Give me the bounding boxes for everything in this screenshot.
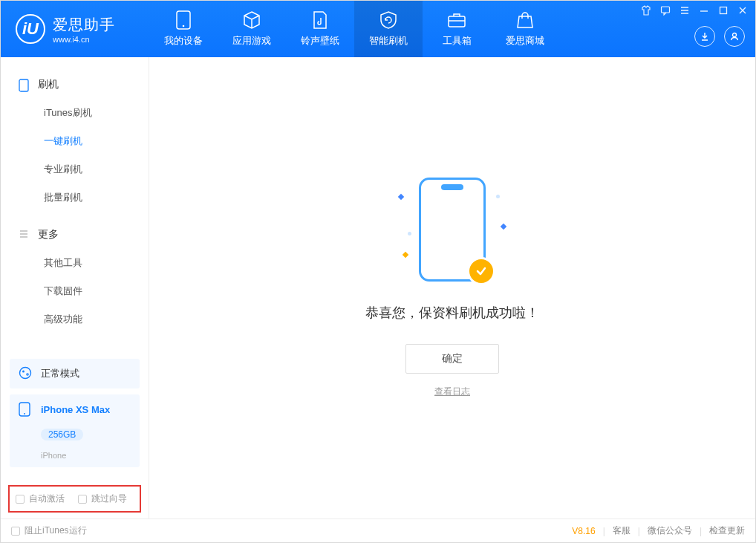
checkbox-label: 自动激活: [29, 492, 65, 505]
tab-label: 应用游戏: [232, 34, 271, 48]
tab-ringtones[interactable]: 铃声壁纸: [286, 1, 354, 57]
group-label: 更多: [38, 228, 59, 241]
device-name: iPhone XS Max: [41, 404, 110, 415]
app-title: 爱思助手: [53, 15, 115, 35]
main-tabs: 我的设备 应用游戏 铃声壁纸 智能刷机 工具箱 爱思商城: [149, 1, 559, 57]
sidebar-item-itunes-flash[interactable]: iTunes刷机: [1, 99, 149, 127]
sidebar-item-pro-flash[interactable]: 专业刷机: [1, 155, 149, 183]
status-bar: 阻止iTunes运行 V8.16 | 客服 | 微信公众号 | 检查更新: [1, 518, 755, 542]
wechat-link[interactable]: 微信公众号: [648, 524, 692, 537]
checkbox-label: 跳过向导: [91, 492, 127, 505]
app-url: www.i4.cn: [53, 35, 115, 44]
music-file-icon: [310, 10, 330, 30]
checkbox-label: 阻止iTunes运行: [25, 524, 87, 537]
flash-options-highlight: 自动激活 跳过向导: [8, 485, 141, 513]
refresh-shield-icon: [379, 10, 398, 30]
svg-point-11: [24, 413, 25, 414]
tab-flash[interactable]: 智能刷机: [354, 1, 423, 57]
svg-rect-2: [449, 16, 465, 27]
version-label: V8.16: [572, 526, 595, 536]
device-kind: iPhone: [41, 451, 66, 460]
cube-icon: [242, 10, 261, 30]
minimize-icon[interactable]: [699, 5, 709, 18]
svg-point-7: [20, 368, 31, 379]
sidebar-item-other-tools[interactable]: 其他工具: [1, 249, 149, 277]
tab-label: 铃声壁纸: [301, 34, 339, 48]
device-capacity: 256GB: [41, 429, 83, 440]
sidebar-item-advanced[interactable]: 高级功能: [1, 305, 149, 334]
checkmark-badge-icon: [467, 257, 495, 285]
skin-icon[interactable]: [641, 5, 651, 18]
sidebar-item-batch-flash[interactable]: 批量刷机: [1, 183, 149, 212]
sidebar-group-flash: 刷机: [1, 71, 149, 99]
checkbox-block-itunes[interactable]: 阻止iTunes运行: [11, 524, 87, 537]
logo-icon: iU: [16, 14, 45, 44]
success-message: 恭喜您，保资料刷机成功啦！: [365, 304, 539, 322]
device-icon: [19, 402, 33, 417]
feedback-icon[interactable]: [660, 5, 671, 18]
svg-rect-3: [662, 7, 670, 13]
phone-outline-icon: [19, 79, 30, 91]
ok-button[interactable]: 确定: [405, 344, 499, 374]
tab-toolbox[interactable]: 工具箱: [423, 1, 491, 57]
phone-icon: [174, 10, 193, 30]
tab-label: 工具箱: [443, 34, 472, 48]
phone-success-illustration: [419, 178, 486, 282]
toolbox-icon: [447, 10, 466, 30]
svg-point-8: [22, 371, 25, 373]
mode-label: 正常模式: [41, 367, 79, 380]
tab-label: 智能刷机: [369, 34, 408, 48]
main-content: 恭喜您，保资料刷机成功啦！ 确定 查看日志: [149, 57, 755, 518]
list-icon: [19, 229, 30, 241]
svg-point-5: [733, 33, 737, 37]
account-icon[interactable]: [724, 26, 745, 47]
tab-apps[interactable]: 应用游戏: [218, 1, 286, 57]
tab-label: 我的设备: [164, 34, 203, 48]
checkbox-skip-guide[interactable]: 跳过向导: [78, 492, 127, 505]
window-controls: [641, 5, 748, 18]
svg-rect-4: [720, 7, 727, 14]
svg-point-9: [27, 374, 28, 375]
checkbox-auto-activate[interactable]: 自动激活: [16, 492, 65, 505]
app-logo: iU 爱思助手 www.i4.cn: [1, 14, 149, 44]
check-update-link[interactable]: 检查更新: [709, 524, 745, 537]
mode-card[interactable]: 正常模式: [10, 359, 140, 388]
title-bar: iU 爱思助手 www.i4.cn 我的设备 应用游戏 铃声壁纸 智能刷机 工具…: [1, 1, 755, 57]
menu-icon[interactable]: [680, 5, 690, 18]
close-icon[interactable]: [737, 5, 748, 18]
tab-my-device[interactable]: 我的设备: [149, 1, 218, 57]
support-link[interactable]: 客服: [613, 524, 630, 537]
sidebar-item-download-firmware[interactable]: 下载固件: [1, 277, 149, 305]
svg-rect-6: [19, 79, 28, 91]
bag-icon: [515, 10, 535, 30]
normal-mode-icon: [19, 366, 33, 381]
download-manager-icon[interactable]: [694, 26, 715, 47]
svg-point-1: [183, 25, 185, 27]
tab-label: 爱思商城: [506, 34, 544, 48]
view-log-link[interactable]: 查看日志: [434, 386, 470, 398]
device-card[interactable]: iPhone XS Max 256GB iPhone: [10, 394, 140, 467]
sidebar: 刷机 iTunes刷机 一键刷机 专业刷机 批量刷机 更多 其他工具 下载固件 …: [1, 57, 149, 518]
maximize-icon[interactable]: [718, 5, 729, 18]
sidebar-group-more: 更多: [1, 221, 149, 249]
tab-store[interactable]: 爱思商城: [491, 1, 559, 57]
sidebar-item-oneclick-flash[interactable]: 一键刷机: [1, 127, 149, 155]
group-label: 刷机: [38, 78, 59, 91]
